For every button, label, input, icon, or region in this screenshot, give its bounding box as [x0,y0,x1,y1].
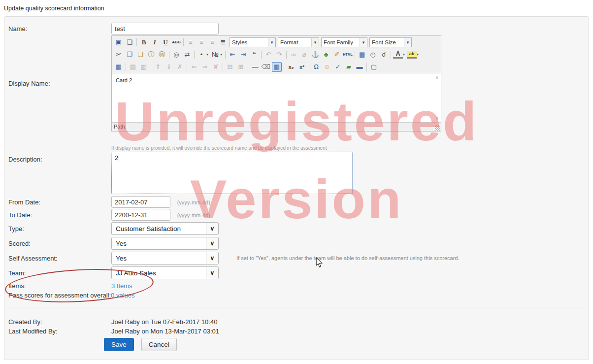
toggle-guidelines-icon[interactable]: ▦ [272,62,282,72]
copy-icon[interactable]: ❐ [125,50,134,60]
insert-advanced-hr-icon[interactable]: ▬ [355,62,364,72]
chevron-down-icon[interactable]: ▾ [206,52,208,57]
insert-row-before-icon: ⇑ [153,62,163,72]
scored-select[interactable]: Yes ∨ [111,237,219,250]
insert-time-icon[interactable]: ◷ [368,50,378,60]
align-justify-icon[interactable]: ≣ [218,37,228,47]
chevron-down-icon[interactable]: ∨ [206,223,218,234]
insert-table-icon[interactable]: ▦ [114,62,124,72]
scored-label: Scored: [8,240,111,247]
emoticons-icon[interactable]: ☺ [322,62,332,72]
save-icon[interactable]: ▣ [114,37,124,47]
bullet-list-icon[interactable]: • [197,50,206,60]
underline-icon[interactable]: U [161,37,170,47]
italic-icon[interactable]: I [150,37,160,47]
from-date-row: From Date: (yyyy-mm-dd) [8,196,585,208]
split-cells-icon: ⊟ [225,62,235,72]
chevron-down-icon: ▾ [404,38,411,47]
chevron-down-icon[interactable]: ∨ [206,237,218,249]
cancel-button[interactable]: Cancel [141,338,177,351]
to-date-row: To Date: (yyyy-mm-dd) [8,209,585,221]
chevron-down-icon[interactable]: ▾ [403,52,405,57]
font-family-label: Font Family [322,39,353,45]
cleanup-icon[interactable]: ✐ [332,50,342,60]
align-right-icon[interactable]: ≡ [207,37,217,47]
paste-from-word-icon[interactable]: Ⓦ [157,50,167,60]
remove-formatting-icon[interactable]: ⌫ [261,62,271,72]
to-date-input[interactable] [111,209,170,221]
toolbar-select-styles[interactable]: Styles▾ [230,37,276,47]
toolbar-separator [355,51,355,59]
strikethrough-icon[interactable]: ABC [171,37,181,47]
self-assessment-row: Self Assessment: Yes ∨ If set to "Yes", … [8,252,585,265]
toolbar-separator [126,63,126,71]
special-character-icon[interactable]: Ω [311,62,321,72]
indent-icon[interactable]: ⇥ [238,50,248,60]
save-button[interactable]: Save [104,338,134,351]
chevron-down-icon[interactable]: ▾ [220,52,222,57]
team-select[interactable]: JJ Auto Sales ∨ [111,266,219,279]
toolbar-select-font-size[interactable]: Font Size▾ [369,37,412,47]
editor-path-bar: Path: [112,122,441,131]
find-icon[interactable]: ◎ [171,50,181,60]
spellcheck-icon[interactable]: ✓ [333,62,343,72]
type-label: Type: [8,225,111,232]
modified-by-label: Last Modified By: [8,328,111,335]
edit-html-icon[interactable]: HTML [343,50,353,60]
toolbar-separator [261,51,262,59]
blockquote-icon[interactable]: ❝ [249,50,259,60]
cut-icon[interactable]: ✂ [114,50,124,60]
created-by-row: Created By: Joel Raby on Tue 07-Feb-2017… [8,318,585,326]
items-link[interactable]: 3 Items [111,282,132,290]
superscript-icon[interactable]: x² [297,62,307,72]
type-select[interactable]: Customer Satisfaction ∨ [111,222,219,235]
toolbar-select-font-family[interactable]: Font Family▾ [321,37,367,47]
outdent-icon[interactable]: ⇤ [228,50,237,60]
editor-content-area[interactable]: Card 2 ∧ ∨ [112,73,441,122]
styles-label: Styles [230,39,247,45]
pass-scores-link[interactable]: 0 values [111,292,134,299]
paste-as-text-icon[interactable]: Ⓣ [146,50,156,60]
toolbar-separator [225,51,226,59]
insert-row-after-icon: ⇓ [164,62,174,72]
name-input[interactable] [111,23,219,34]
section-divider [8,307,585,307]
self-assessment-label: Self Assessment: [8,255,111,262]
align-center-icon[interactable]: ≡ [197,37,206,47]
toolbar-separator [194,51,195,59]
resize-grip-icon[interactable] [435,125,440,131]
fullscreen-icon[interactable]: ▢ [369,62,379,72]
unlink-icon: ⌀ [299,50,309,60]
insert-column-after-icon: ⇒ [200,62,210,72]
insert-column-before-icon: ⇐ [189,62,199,72]
chevron-down-icon[interactable]: ∨ [206,267,218,279]
created-by-label: Created By: [8,318,111,326]
scroll-up-icon[interactable]: ∧ [435,74,439,81]
self-assessment-select[interactable]: Yes ∨ [111,252,219,265]
insert-media-icon[interactable]: ▰ [344,62,354,72]
self-assessment-select-value: Yes [112,255,127,262]
insert-image-icon[interactable]: ♣ [321,50,331,60]
chevron-down-icon[interactable]: ▾ [417,52,419,57]
subscript-icon[interactable]: x₂ [286,62,296,72]
insert-date-icon[interactable]: ▤ [357,50,367,60]
from-date-input[interactable] [111,196,170,208]
chevron-down-icon[interactable]: ∨ [206,252,218,264]
to-date-label: To Date: [8,211,111,219]
paste-icon[interactable]: ❒ [135,50,145,60]
toolbar-select-format[interactable]: Format▾ [278,37,319,47]
redo-icon: ↷ [274,50,284,60]
text-color-icon[interactable]: A [393,51,403,59]
align-left-icon[interactable]: ≡ [186,37,196,47]
items-label: Items: [8,282,111,290]
find-replace-icon[interactable]: ⇄ [182,50,192,60]
preview-icon[interactable]: ☌ [379,50,389,60]
background-color-icon[interactable]: ab [407,51,417,59]
bold-icon[interactable]: B [139,37,149,47]
anchor-icon[interactable]: ⚓ [310,50,320,60]
description-textarea[interactable]: 2 [111,152,353,194]
numbered-list-icon[interactable]: № [210,50,220,60]
horizontal-rule-icon[interactable]: — [250,62,260,72]
scroll-down-icon[interactable]: ∨ [435,115,439,121]
new-document-icon[interactable]: ❏ [125,37,134,47]
